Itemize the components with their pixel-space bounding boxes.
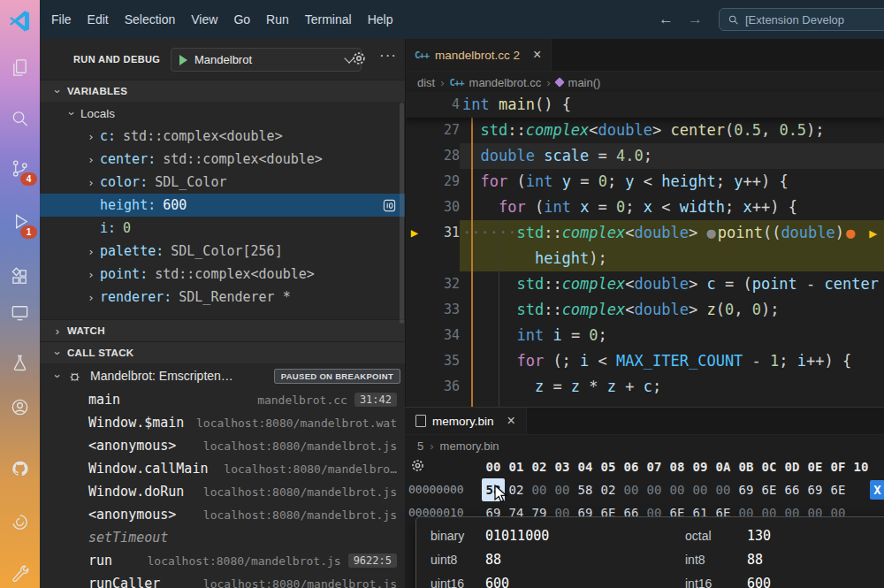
line-number[interactable]	[424, 246, 460, 271]
menu-help[interactable]: Help	[360, 7, 401, 32]
section-call-stack[interactable]: › CALL STACK	[40, 341, 405, 363]
hex-byte[interactable]: 00	[528, 478, 551, 501]
hex-byte[interactable]: 00	[643, 478, 666, 501]
menu-terminal[interactable]: Terminal	[297, 7, 360, 32]
glyph-margin[interactable]	[405, 297, 424, 323]
line-number[interactable]: 30	[424, 195, 460, 220]
hex-byte[interactable]: 00	[666, 478, 689, 501]
breadcrumb-folder[interactable]: dist	[417, 76, 435, 89]
sidebar-item-accounts[interactable]	[0, 391, 40, 423]
hex-byte[interactable]: 69	[804, 478, 827, 501]
hex-byte[interactable]: 58	[482, 478, 505, 501]
hex-byte[interactable]: 69	[735, 478, 758, 501]
menu-edit[interactable]: Edit	[80, 7, 117, 32]
view-binary-data-icon[interactable]	[383, 199, 396, 212]
section-watch[interactable]: › WATCH	[40, 319, 405, 341]
forward-icon[interactable]: →	[688, 11, 703, 28]
section-variables[interactable]: › VARIABLES	[40, 80, 405, 102]
variable-row-c[interactable]: ›c:std::complex<double>	[40, 125, 405, 148]
hex-byte[interactable]: 00	[551, 478, 574, 501]
line-number[interactable]: 35	[424, 348, 460, 374]
sidebar-item-extensions[interactable]	[0, 261, 40, 293]
variable-row-i[interactable]: i:0	[40, 217, 405, 240]
browser-swirl-icon[interactable]	[0, 506, 40, 538]
code-line-35[interactable]: 35 for (; i < MAX_ITER_COUNT - 1; i++) {	[405, 348, 884, 374]
menu-go[interactable]: Go	[225, 7, 258, 32]
command-center[interactable]: [Extension Develop	[719, 8, 884, 31]
glyph-margin[interactable]	[405, 195, 424, 220]
sidebar-item-run-debug[interactable]: 1	[0, 205, 40, 237]
code-line-28[interactable]: 28 double scale = 4.0;	[405, 143, 884, 169]
hex-byte[interactable]: 00	[689, 478, 712, 501]
back-icon[interactable]: ←	[659, 11, 674, 28]
scope-locals[interactable]: › Locals	[40, 102, 405, 125]
debug-session-row[interactable]: › Mandelbrot: Emscripten… PAUSED ON BREA…	[40, 363, 405, 388]
glyph-margin[interactable]	[405, 118, 424, 143]
tools-icon[interactable]	[0, 559, 40, 588]
code-line-wrap[interactable]: height);	[405, 246, 884, 271]
menu-view[interactable]: View	[183, 7, 225, 32]
start-debug-icon[interactable]	[179, 55, 187, 65]
code-line-33[interactable]: 33 std::complex<double> z(0, 0);	[405, 297, 884, 323]
hex-byte[interactable]: 6E	[827, 478, 850, 501]
variable-row-height[interactable]: height:600	[40, 194, 405, 217]
stack-frame[interactable]: <anonymous>localhost:8080/mandelbrot.js	[40, 434, 405, 457]
line-number[interactable]: 31	[424, 220, 460, 246]
code-line-27[interactable]: 27 std::complex<double> center(0.5, 0.5)…	[405, 118, 884, 143]
code-line-30[interactable]: 30 for (int x = 0; x < width; x++) {	[405, 195, 884, 220]
sidebar-item-testing[interactable]	[0, 347, 40, 378]
stack-frame[interactable]: Window.doRunlocalhost:8080/mandelbrot.js	[40, 480, 405, 503]
line-number[interactable]: 29	[424, 169, 460, 195]
line-number[interactable]: 36	[424, 374, 460, 400]
close-icon[interactable]: ×	[507, 413, 515, 429]
breadcrumb-file[interactable]: mandelbrot.cc	[469, 76, 542, 89]
line-number[interactable]: 34	[424, 323, 460, 348]
variable-row-color[interactable]: ›color:SDL_Color	[40, 171, 405, 194]
more-actions-icon[interactable]: ···	[379, 47, 397, 65]
gear-icon[interactable]	[351, 50, 367, 70]
sidebar-item-source-control[interactable]: 4	[0, 152, 40, 184]
scrollbar[interactable]	[400, 103, 404, 324]
hex-byte[interactable]: 02	[597, 478, 620, 501]
stack-frame[interactable]: runCallerlocalhost:8080/mandelbrot.js	[40, 572, 405, 588]
line-number[interactable]: 33	[424, 297, 460, 323]
github-icon[interactable]	[0, 453, 40, 485]
tab-mandelbrot-cc[interactable]: C++ mandelbrot.cc 2 ×	[405, 39, 552, 71]
breadcrumb-symbol[interactable]: main()	[568, 76, 601, 89]
glyph-margin[interactable]	[405, 374, 424, 400]
variable-row-center[interactable]: ›center:std::complex<double>	[40, 148, 405, 171]
glyph-margin[interactable]	[405, 143, 424, 169]
hex-byte[interactable]: 00	[712, 478, 735, 501]
menu-file[interactable]: File	[43, 7, 80, 32]
breadcrumb-item[interactable]: memory.bin	[440, 439, 499, 453]
hex-byte[interactable]: 58	[574, 478, 597, 501]
hex-byte[interactable]: 02	[505, 478, 528, 501]
glyph-margin[interactable]	[405, 246, 424, 271]
glyph-margin[interactable]	[405, 169, 424, 195]
glyph-margin[interactable]	[405, 348, 424, 374]
stack-frame[interactable]: Window.callMainlocalhost:8080/mandelbro…	[40, 457, 405, 480]
close-icon[interactable]: ×	[533, 47, 541, 63]
debug-current-line-icon[interactable]: ▶	[405, 220, 424, 246]
code-line-31[interactable]: ▶31······std::complex<double> ●point((do…	[405, 220, 884, 246]
hex-byte[interactable]: 6E	[758, 478, 781, 501]
hex-byte[interactable]: 00	[620, 478, 643, 501]
breadcrumb-item[interactable]: 5	[417, 439, 423, 453]
sticky-scroll-line[interactable]: 4 int main() {	[405, 92, 884, 118]
code-line-32[interactable]: 32 std::complex<double> c = (point - cen…	[405, 271, 884, 297]
hex-byte[interactable]: 66	[781, 478, 804, 501]
sidebar-item-search[interactable]	[0, 103, 40, 134]
variable-row-renderer[interactable]: ›renderer:SDL_Renderer *	[40, 286, 405, 309]
tab-memory-bin[interactable]: memory.bin ×	[405, 408, 527, 434]
variable-row-palette[interactable]: ›palette:SDL_Color[256]	[40, 240, 405, 263]
stack-frame[interactable]: <anonymous>localhost:8080/mandelbrot.js	[40, 503, 405, 526]
glyph-margin[interactable]	[405, 271, 424, 297]
line-number[interactable]: 32	[424, 271, 460, 297]
sidebar-item-remote-explorer[interactable]	[0, 296, 40, 328]
stack-frame[interactable]: Window.$mainlocalhost:8080/mandelbrot.wa…	[40, 411, 405, 434]
stack-frame[interactable]: setTimeout	[40, 526, 405, 549]
vscode-logo-icon[interactable]	[8, 9, 31, 35]
code-line-36[interactable]: 36 z = z * z + c;	[405, 374, 884, 400]
code-line-29[interactable]: 29 for (int y = 0; y < height; y++) {	[405, 169, 884, 195]
line-number[interactable]: 27	[424, 118, 460, 143]
